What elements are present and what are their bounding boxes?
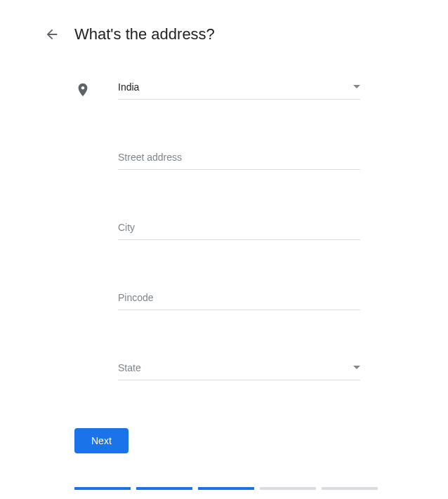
address-form: India State [0,77,448,380]
arrow-left-icon [44,27,60,42]
state-select[interactable]: State [118,358,360,380]
chevron-down-icon [353,366,360,369]
progress-segment [322,487,378,490]
progress-segment [136,487,192,490]
progress-bar [0,487,448,490]
back-button[interactable] [44,26,60,43]
street-address-input[interactable] [118,147,360,170]
chevron-down-icon [353,85,360,88]
progress-segment [74,487,131,490]
location-pin-icon [74,81,91,98]
page-title: What's the address? [74,25,215,44]
country-select[interactable]: India [118,77,360,100]
pincode-input[interactable] [118,288,360,310]
country-value: India [118,81,139,93]
progress-segment [198,487,254,490]
progress-segment [260,487,316,490]
state-placeholder: State [118,362,141,373]
next-button[interactable]: Next [74,428,129,453]
city-input[interactable] [118,218,360,240]
